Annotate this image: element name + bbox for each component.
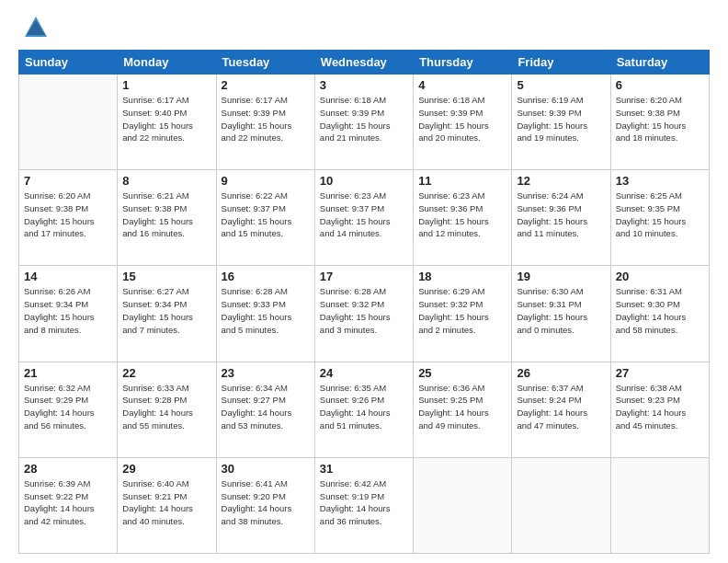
day-info: Sunrise: 6:28 AM Sunset: 9:33 PM Dayligh… [222,285,310,336]
calendar-header-monday: Monday [118,51,216,75]
day-info: Sunrise: 6:21 AM Sunset: 9:38 PM Dayligh… [122,190,210,240]
day-info: Sunrise: 6:25 AM Sunset: 9:35 PM Dayligh… [616,190,704,240]
day-info: Sunrise: 6:23 AM Sunset: 9:37 PM Dayligh… [320,190,408,240]
day-number: 4 [418,78,506,92]
calendar-week-row: 14Sunrise: 6:26 AM Sunset: 9:34 PM Dayli… [19,266,710,362]
calendar-cell [19,75,118,170]
calendar-cell: 12Sunrise: 6:24 AM Sunset: 9:36 PM Dayli… [512,170,610,266]
day-info: Sunrise: 6:22 AM Sunset: 9:37 PM Dayligh… [222,190,310,240]
calendar-cell: 3Sunrise: 6:18 AM Sunset: 9:39 PM Daylig… [314,75,413,170]
day-info: Sunrise: 6:23 AM Sunset: 9:36 PM Dayligh… [418,190,506,240]
day-number: 25 [418,366,506,380]
calendar-cell: 14Sunrise: 6:26 AM Sunset: 9:34 PM Dayli… [19,266,118,362]
calendar-cell: 18Sunrise: 6:29 AM Sunset: 9:32 PM Dayli… [414,266,512,362]
day-number: 14 [24,270,112,283]
page: SundayMondayTuesdayWednesdayThursdayFrid… [0,0,728,563]
calendar-cell: 4Sunrise: 6:18 AM Sunset: 9:39 PM Daylig… [414,75,512,170]
day-number: 19 [517,270,605,283]
calendar-cell: 5Sunrise: 6:19 AM Sunset: 9:39 PM Daylig… [512,75,610,170]
calendar-cell: 17Sunrise: 6:28 AM Sunset: 9:32 PM Dayli… [314,266,413,362]
calendar-cell: 20Sunrise: 6:31 AM Sunset: 9:30 PM Dayli… [610,266,709,362]
calendar-cell: 23Sunrise: 6:34 AM Sunset: 9:27 PM Dayli… [216,362,314,457]
day-info: Sunrise: 6:20 AM Sunset: 9:38 PM Dayligh… [616,94,704,144]
calendar-cell: 11Sunrise: 6:23 AM Sunset: 9:36 PM Dayli… [414,170,512,266]
day-info: Sunrise: 6:28 AM Sunset: 9:32 PM Dayligh… [320,285,408,336]
day-info: Sunrise: 6:39 AM Sunset: 9:22 PM Dayligh… [24,477,112,528]
calendar-header-thursday: Thursday [414,51,512,75]
calendar-week-row: 28Sunrise: 6:39 AM Sunset: 9:22 PM Dayli… [19,457,710,553]
day-number: 17 [320,270,408,283]
day-info: Sunrise: 6:40 AM Sunset: 9:21 PM Dayligh… [122,477,210,528]
calendar-cell [512,457,610,553]
day-info: Sunrise: 6:33 AM Sunset: 9:28 PM Dayligh… [122,382,210,432]
day-info: Sunrise: 6:35 AM Sunset: 9:26 PM Dayligh… [320,382,408,432]
day-info: Sunrise: 6:24 AM Sunset: 9:36 PM Dayligh… [517,190,605,240]
day-number: 28 [24,462,112,476]
day-number: 22 [122,366,210,380]
calendar-cell: 13Sunrise: 6:25 AM Sunset: 9:35 PM Dayli… [610,170,709,266]
day-number: 23 [222,366,310,380]
calendar-header-friday: Friday [512,51,610,75]
day-info: Sunrise: 6:29 AM Sunset: 9:32 PM Dayligh… [418,285,506,336]
header [18,15,710,40]
day-info: Sunrise: 6:20 AM Sunset: 9:38 PM Dayligh… [24,190,112,240]
day-number: 27 [616,366,704,380]
calendar-cell: 16Sunrise: 6:28 AM Sunset: 9:33 PM Dayli… [216,266,314,362]
calendar-cell: 26Sunrise: 6:37 AM Sunset: 9:24 PM Dayli… [512,362,610,457]
day-number: 2 [222,78,310,92]
calendar-cell: 30Sunrise: 6:41 AM Sunset: 9:20 PM Dayli… [216,457,314,553]
day-info: Sunrise: 6:19 AM Sunset: 9:39 PM Dayligh… [517,94,605,144]
svg-marker-1 [27,20,45,35]
day-number: 7 [24,174,112,188]
day-info: Sunrise: 6:17 AM Sunset: 9:40 PM Dayligh… [122,94,210,144]
calendar-cell: 31Sunrise: 6:42 AM Sunset: 9:19 PM Dayli… [314,457,413,553]
day-number: 18 [418,270,506,283]
day-number: 30 [222,462,310,476]
day-info: Sunrise: 6:41 AM Sunset: 9:20 PM Dayligh… [222,477,310,528]
calendar-cell: 24Sunrise: 6:35 AM Sunset: 9:26 PM Dayli… [314,362,413,457]
day-number: 11 [418,174,506,188]
day-number: 20 [616,270,704,283]
day-number: 26 [517,366,605,380]
day-number: 3 [320,78,408,92]
day-number: 24 [320,366,408,380]
day-number: 29 [122,462,210,476]
calendar-cell: 15Sunrise: 6:27 AM Sunset: 9:34 PM Dayli… [118,266,216,362]
day-info: Sunrise: 6:37 AM Sunset: 9:24 PM Dayligh… [517,382,605,432]
day-info: Sunrise: 6:27 AM Sunset: 9:34 PM Dayligh… [122,285,210,336]
day-number: 5 [517,78,605,92]
day-number: 1 [122,78,210,92]
day-number: 6 [616,78,704,92]
calendar-cell: 22Sunrise: 6:33 AM Sunset: 9:28 PM Dayli… [118,362,216,457]
day-number: 10 [320,174,408,188]
day-info: Sunrise: 6:36 AM Sunset: 9:25 PM Dayligh… [418,382,506,432]
calendar-cell: 29Sunrise: 6:40 AM Sunset: 9:21 PM Dayli… [118,457,216,553]
calendar-cell: 28Sunrise: 6:39 AM Sunset: 9:22 PM Dayli… [19,457,118,553]
calendar-header-sunday: Sunday [19,51,118,75]
day-info: Sunrise: 6:18 AM Sunset: 9:39 PM Dayligh… [418,94,506,144]
calendar-table: SundayMondayTuesdayWednesdayThursdayFrid… [18,50,710,554]
day-info: Sunrise: 6:32 AM Sunset: 9:29 PM Dayligh… [24,382,112,432]
day-number: 8 [122,174,210,188]
calendar-cell: 25Sunrise: 6:36 AM Sunset: 9:25 PM Dayli… [414,362,512,457]
day-info: Sunrise: 6:34 AM Sunset: 9:27 PM Dayligh… [222,382,310,432]
calendar-header-wednesday: Wednesday [314,51,413,75]
day-info: Sunrise: 6:26 AM Sunset: 9:34 PM Dayligh… [24,285,112,336]
day-number: 15 [122,270,210,283]
day-number: 21 [24,366,112,380]
calendar-cell [414,457,512,553]
calendar-cell: 2Sunrise: 6:17 AM Sunset: 9:39 PM Daylig… [216,75,314,170]
calendar-header-row: SundayMondayTuesdayWednesdayThursdayFrid… [19,51,710,75]
day-number: 13 [616,174,704,188]
logo [18,15,49,40]
calendar-cell: 7Sunrise: 6:20 AM Sunset: 9:38 PM Daylig… [19,170,118,266]
day-info: Sunrise: 6:18 AM Sunset: 9:39 PM Dayligh… [320,94,408,144]
calendar-cell: 1Sunrise: 6:17 AM Sunset: 9:40 PM Daylig… [118,75,216,170]
day-number: 12 [517,174,605,188]
day-number: 9 [222,174,310,188]
logo-icon [23,15,49,40]
calendar-header-saturday: Saturday [610,51,709,75]
day-info: Sunrise: 6:42 AM Sunset: 9:19 PM Dayligh… [320,477,408,528]
calendar-cell: 19Sunrise: 6:30 AM Sunset: 9:31 PM Dayli… [512,266,610,362]
day-number: 16 [222,270,310,283]
